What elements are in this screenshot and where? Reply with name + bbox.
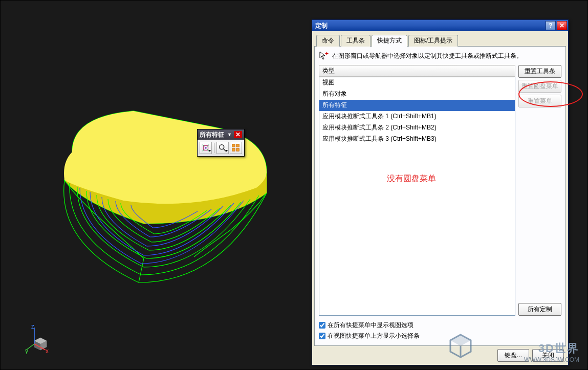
list-item[interactable]: 应用模块推断式工具条 2 (Ctrl+Shift+MB2) — [319, 122, 515, 134]
close-icon[interactable]: ✕ — [557, 21, 567, 30]
list-item[interactable]: 所有特征 — [319, 100, 515, 111]
list-item[interactable]: 应用模块推断式工具条 1 (Ctrl+Shift+MB1) — [319, 111, 515, 122]
watermark: 3D世界 WWW.3DSJW.COM — [524, 341, 579, 363]
watermark-cube-icon — [446, 332, 475, 360]
svg-rect-7 — [236, 148, 239, 151]
reset-menu-button: 重置菜单 — [518, 95, 561, 107]
zoom-icon[interactable]: ▾ — [216, 142, 229, 154]
svg-marker-19 — [450, 335, 471, 346]
reset-toolbar-button[interactable]: 重置工具条 — [518, 65, 561, 78]
tab-toolbars[interactable]: 工具条 — [341, 35, 371, 47]
grid-icon[interactable] — [230, 142, 242, 154]
model-3d[interactable] — [41, 101, 282, 285]
check-mini-select[interactable]: 在视图快捷菜单上方显示小选择条 — [319, 331, 561, 341]
svg-rect-5 — [236, 144, 239, 147]
checkbox[interactable] — [319, 333, 325, 339]
help-icon[interactable]: ? — [546, 21, 556, 30]
svg-text:y: y — [25, 347, 28, 354]
list-item[interactable]: 所有对象 — [319, 89, 515, 100]
close-icon[interactable]: ✕ — [234, 131, 242, 138]
watermark-brand: 3D世界 — [524, 341, 579, 356]
svg-point-1 — [205, 147, 207, 149]
check-view-options[interactable]: 在所有快捷菜单中显示视图选项 — [319, 320, 561, 331]
svg-rect-6 — [232, 148, 235, 151]
reset-pie-button: 重置圆盘菜单 — [518, 80, 561, 93]
tab-shortcuts[interactable]: 快捷方式 — [372, 35, 407, 47]
list-column-header[interactable]: 类型 — [319, 65, 515, 77]
chevron-down-icon[interactable]: ▼ — [227, 132, 232, 137]
svg-point-2 — [220, 145, 224, 149]
svg-text:x: x — [46, 347, 49, 354]
svg-text:z: z — [31, 323, 34, 330]
move-icon[interactable]: ▾ — [200, 142, 212, 154]
checkbox[interactable] — [319, 322, 325, 329]
tab-commands[interactable]: 命令 — [316, 35, 340, 47]
coordinate-gizmo[interactable]: z y x — [25, 323, 56, 354]
cursor-plus-icon: + — [319, 51, 329, 61]
watermark-url: WWW.3DSJW.COM — [524, 356, 579, 363]
list-item[interactable]: 视图 — [319, 77, 515, 89]
feature-toolbar[interactable]: 所有特征 ▼ ✕ ▾ ▾ — [197, 129, 245, 157]
tab-strip: 命令 工具条 快捷方式 图标/工具提示 — [314, 34, 566, 46]
tab-icons[interactable]: 图标/工具提示 — [408, 35, 458, 47]
all-custom-button[interactable]: 所有定制 — [518, 303, 561, 316]
dialog-title: 定制 — [315, 21, 546, 30]
list-item[interactable]: 应用模块推断式工具条 3 (Ctrl+Shift+MB3) — [319, 134, 515, 145]
svg-text:+: + — [325, 51, 329, 57]
svg-rect-4 — [232, 144, 235, 147]
customize-dialog: 定制 ? ✕ 命令 工具条 快捷方式 图标/工具提示 + 在图形窗口或导航器中选… — [312, 19, 569, 365]
type-list[interactable]: 视图 所有对象 所有特征 应用模块推断式工具条 1 (Ctrl+Shift+MB… — [319, 77, 515, 316]
instruction-text: 在图形窗口或导航器中选择对象以定制其快捷工具条或推断式工具条。 — [332, 52, 522, 60]
dialog-titlebar[interactable]: 定制 ? ✕ — [312, 20, 568, 31]
toolbar-title: 所有特征 — [200, 130, 225, 139]
